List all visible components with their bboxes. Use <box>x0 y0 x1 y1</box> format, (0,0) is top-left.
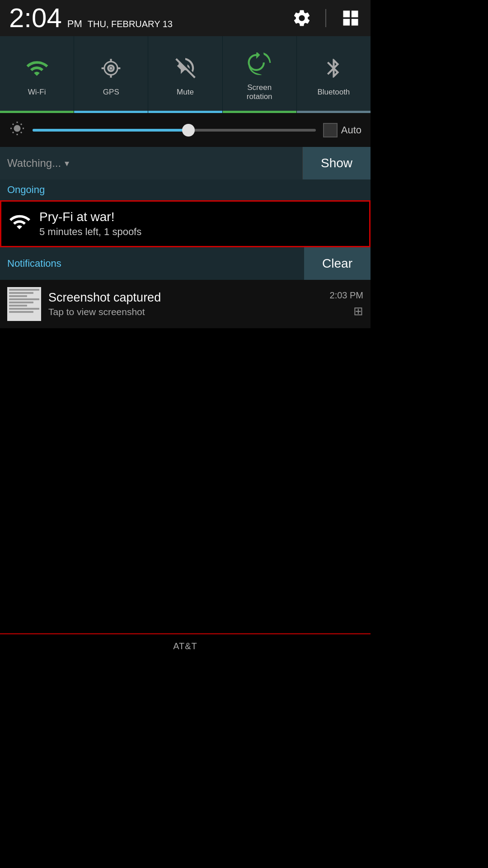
clock-time: 2:04 <box>9 5 62 32</box>
watching-select[interactable]: Watching... ▾ <box>0 147 303 179</box>
time-block: 2:04 PM THU, FEBRUARY 13 <box>9 5 173 32</box>
brightness-icon <box>9 120 25 140</box>
thumb-line <box>9 302 33 303</box>
qs-mute[interactable]: Mute <box>148 36 222 113</box>
clear-button-label: Clear <box>322 256 352 271</box>
date-display: THU, FEBRUARY 13 <box>88 19 173 29</box>
mute-icon <box>173 57 198 83</box>
qs-bluetooth-bar <box>297 111 371 113</box>
bluetooth-icon <box>321 57 346 83</box>
notifications-header: Notifications Clear <box>0 247 371 280</box>
qs-mute-label: Mute <box>177 88 194 97</box>
grid-icon[interactable] <box>340 8 361 28</box>
screenshot-content: Screenshot captured Tap to view screensh… <box>48 291 323 317</box>
qs-screen-rotation[interactable]: Screenrotation <box>223 36 297 113</box>
brightness-slider[interactable] <box>33 129 316 132</box>
screen-rotation-icon <box>247 52 272 79</box>
wifi-icon <box>24 57 49 83</box>
thumb-line <box>9 295 27 297</box>
quick-settings-panel: Wi-Fi GPS Mute <box>0 36 371 113</box>
pryfi-content: Pry-Fi at war! 5 minutes left, 1 spoofs <box>39 210 141 238</box>
screenshot-subtitle: Tap to view screenshot <box>48 307 323 317</box>
image-icon: ⊞ <box>353 304 363 318</box>
auto-brightness-checkbox[interactable]: Auto <box>323 123 361 137</box>
pryfi-wifi-icon <box>9 211 30 237</box>
thumb-line <box>9 308 39 310</box>
thumb-line <box>9 311 33 313</box>
qs-gps-label: GPS <box>103 88 119 97</box>
watching-text: Watching... <box>7 157 61 170</box>
chevron-down-icon: ▾ <box>65 158 69 169</box>
screenshot-time: 2:03 PM <box>330 290 363 301</box>
screenshot-notification[interactable]: Screenshot captured Tap to view screensh… <box>0 280 371 328</box>
status-bar: 2:04 PM THU, FEBRUARY 13 <box>0 0 371 36</box>
brightness-fill <box>33 129 188 132</box>
qs-wifi-label: Wi-Fi <box>28 88 46 97</box>
ongoing-section-header: Ongoing <box>0 179 371 200</box>
carrier-bar: AT&T <box>0 633 371 658</box>
qs-bluetooth-label: Bluetooth <box>317 88 350 97</box>
show-button[interactable]: Show <box>303 147 371 179</box>
qs-screen-rotation-bar <box>223 111 296 113</box>
qs-mute-bar <box>148 111 222 113</box>
pryfi-subtitle: 5 minutes left, 1 spoofs <box>39 226 141 238</box>
brightness-thumb[interactable] <box>182 124 195 137</box>
settings-icon[interactable] <box>292 8 312 28</box>
svg-point-2 <box>110 67 113 70</box>
gps-icon <box>99 57 123 83</box>
qs-screen-rotation-label: Screenrotation <box>247 83 272 102</box>
notifications-title: Notifications <box>7 258 61 269</box>
status-icons <box>292 8 361 28</box>
qs-wifi-bar <box>0 111 74 113</box>
qs-gps-bar <box>74 111 148 113</box>
watching-row[interactable]: Watching... ▾ Show <box>0 147 371 179</box>
pryfi-title: Pry-Fi at war! <box>39 210 141 224</box>
clear-button[interactable]: Clear <box>304 247 371 280</box>
thumb-line <box>9 292 33 294</box>
auto-box <box>323 123 338 137</box>
qs-gps[interactable]: GPS <box>74 36 148 113</box>
qs-wifi[interactable]: Wi-Fi <box>0 36 74 113</box>
carrier-name: AT&T <box>173 641 197 651</box>
pryfi-notification[interactable]: Pry-Fi at war! 5 minutes left, 1 spoofs <box>0 200 371 247</box>
screenshot-thumbnail <box>7 287 41 321</box>
show-button-label: Show <box>321 156 352 170</box>
thumb-line <box>9 298 39 300</box>
ongoing-title: Ongoing <box>7 184 45 195</box>
brightness-row: Auto <box>0 113 371 147</box>
thumb-line <box>9 305 27 307</box>
screenshot-title: Screenshot captured <box>48 291 323 305</box>
thumb-line <box>9 289 39 291</box>
status-divider <box>325 9 326 27</box>
clock-ampm: PM <box>67 18 82 30</box>
auto-label: Auto <box>341 124 361 136</box>
screenshot-time-block: 2:03 PM ⊞ <box>330 290 363 318</box>
qs-bluetooth[interactable]: Bluetooth <box>297 36 371 113</box>
notifications-label: Notifications <box>0 247 304 280</box>
